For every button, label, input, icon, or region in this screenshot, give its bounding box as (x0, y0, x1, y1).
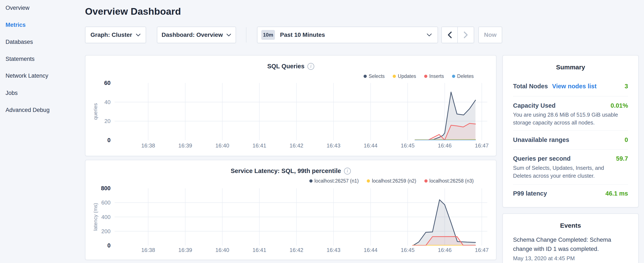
legend-dot-icon (393, 75, 396, 78)
y-axis-ticks: 0204060 (86, 83, 113, 140)
summary-row-queries-per-second: Queries per second 59.7 (513, 155, 628, 162)
y-tick-label: 600 (87, 199, 110, 206)
summary-row-label: P99 latency (513, 190, 547, 197)
summary-row-label: Queries per second (513, 155, 571, 162)
y-tick-label: 60 (87, 79, 110, 87)
summary-row-value: 0.01% (610, 102, 628, 109)
prev-timespan-button[interactable] (442, 27, 458, 43)
chart-plot-area[interactable] (114, 83, 487, 140)
legend-item[interactable]: localhost:26258 (n3) (424, 178, 474, 184)
legend-item[interactable]: Updates (393, 73, 416, 79)
summary-row-p99-latency: P99 latency 46.1 ms (513, 190, 628, 197)
chevron-down-icon (426, 33, 432, 37)
legend-label: localhost:26258 (n3) (430, 178, 474, 184)
legend-label: Deletes (457, 73, 474, 79)
chart-canvas (114, 188, 487, 245)
sql-queries-chart-card: SQL Queries i SelectsUpdatesInsertsDelet… (85, 55, 496, 156)
y-axis-label: queries (92, 103, 98, 120)
legend-label: Inserts (429, 73, 444, 79)
dashboard-dropdown[interactable]: Dashboard: Overview (157, 27, 236, 43)
y-axis-ticks: 0200400600800 (86, 188, 113, 245)
y-tick-label: 0 (87, 137, 110, 144)
x-tick-label: 16:47 (469, 247, 494, 253)
summary-row-value: 0 (625, 136, 628, 143)
sidebar-item-statements[interactable]: Statements (6, 55, 35, 63)
x-tick-label: 16:46 (432, 142, 458, 149)
time-step-buttons (442, 27, 474, 43)
sidebar-item-advanced-debug[interactable]: Advanced Debug (6, 106, 50, 114)
summary-row-value: 3 (625, 83, 628, 90)
x-tick-label: 16:42 (284, 247, 309, 253)
time-range-label: Past 10 Minutes (280, 32, 325, 38)
x-tick-label: 16:44 (358, 142, 383, 149)
events-title: Events (503, 222, 638, 229)
divider (513, 130, 628, 131)
summary-panel: Summary Total NodesView nodes list 3 Cap… (502, 55, 639, 207)
sidebar-item-metrics[interactable]: Metrics (6, 21, 26, 29)
x-tick-label: 16:42 (284, 142, 309, 149)
event-message[interactable]: Schema Change Completed: Schema change w… (513, 235, 625, 253)
y-tick-label: 0 (87, 242, 110, 249)
summary-row-description: You are using 28.6 MiB of 515.9 GiB usab… (513, 111, 624, 127)
legend-dot-icon (309, 179, 312, 183)
legend-dot-icon (424, 179, 428, 183)
legend-item[interactable]: localhost:26259 (n2) (367, 178, 416, 184)
x-tick-label: 16:40 (210, 142, 235, 149)
chart-legend: localhost:26257 (n1)localhost:26259 (n2)… (309, 178, 474, 184)
sidebar-item-databases[interactable]: Databases (6, 38, 33, 46)
y-tick-label: 800 (87, 185, 110, 192)
chart-legend: SelectsUpdatesInsertsDeletes (364, 73, 474, 79)
sidebar-item-overview[interactable]: Overview (6, 4, 30, 12)
sidebar-item-network-latency[interactable]: Network Latency (6, 72, 48, 80)
x-tick-label: 16:38 (136, 142, 161, 149)
chart-title: SQL Queries (267, 63, 304, 70)
next-timespan-button[interactable] (458, 27, 474, 43)
legend-item[interactable]: Selects (364, 73, 384, 79)
legend-label: localhost:26259 (n2) (372, 178, 416, 184)
graph-scope-dropdown[interactable]: Graph: Cluster (85, 27, 146, 43)
summary-row-label: Unavailable ranges (513, 136, 569, 143)
summary-row-total-nodes: Total NodesView nodes list 3 (513, 83, 628, 90)
legend-dot-icon (424, 75, 427, 78)
time-range-dropdown[interactable]: 10m Past 10 Minutes (257, 27, 438, 43)
x-tick-label: 16:38 (136, 247, 161, 253)
chart-canvas (114, 83, 487, 140)
legend-label: Selects (369, 73, 384, 79)
graph-scope-dropdown-label: Graph: Cluster (90, 32, 132, 38)
x-tick-label: 16:41 (247, 247, 272, 253)
legend-label: localhost:26257 (n1) (314, 178, 359, 184)
chevron-down-icon (136, 34, 141, 37)
legend-item[interactable]: Deletes (452, 73, 474, 79)
summary-row-value: 59.7 (616, 155, 628, 162)
legend-item[interactable]: localhost:26257 (n1) (309, 178, 359, 184)
chart-plot-area[interactable] (114, 188, 487, 245)
summary-row-unavailable-ranges: Unavailable ranges 0 (513, 136, 628, 143)
divider (513, 96, 628, 96)
now-button[interactable]: Now (478, 27, 502, 43)
x-tick-label: 16:40 (210, 247, 235, 253)
divider (513, 184, 628, 185)
sidebar-item-jobs[interactable]: Jobs (6, 89, 18, 97)
toolbar-divider (246, 27, 246, 43)
x-tick-label: 16:43 (321, 142, 346, 149)
summary-row-label: Capacity Used (513, 102, 556, 109)
x-tick-label: 16:39 (172, 142, 198, 149)
legend-item[interactable]: Inserts (424, 73, 444, 79)
x-tick-label: 16:47 (469, 142, 494, 149)
chart-title: Service Latency: SQL, 99th percentile (231, 167, 341, 174)
info-icon[interactable]: i (344, 168, 351, 174)
y-axis-label: latency (ms) (92, 203, 98, 231)
x-axis-ticks: 16:3816:3916:4016:4116:4216:4316:4416:45… (114, 247, 487, 254)
info-icon[interactable]: i (308, 63, 314, 70)
x-tick-label: 16:46 (432, 247, 458, 253)
x-tick-label: 16:41 (247, 142, 272, 149)
summary-row-value: 46.1 ms (606, 190, 628, 197)
page-title: Overview Dashboard (85, 6, 181, 17)
summary-title: Summary (503, 64, 638, 71)
x-tick-label: 16:45 (395, 142, 420, 149)
event-timestamp: May 13, 2020 at 4:45 PM (513, 255, 575, 262)
view-nodes-list-link[interactable]: View nodes list (552, 83, 596, 90)
x-tick-label: 16:39 (172, 247, 198, 253)
legend-dot-icon (364, 75, 367, 78)
x-tick-label: 16:44 (358, 247, 383, 253)
